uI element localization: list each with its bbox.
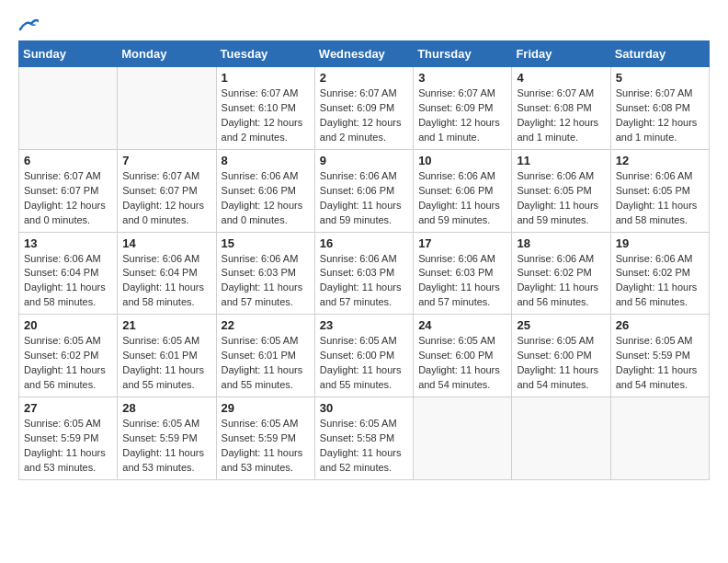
calendar-cell: 16Sunrise: 6:06 AM Sunset: 6:03 PM Dayli…	[314, 232, 413, 315]
day-number: 4	[517, 71, 605, 85]
day-info: Sunrise: 6:06 AM Sunset: 6:05 PM Dayligh…	[517, 169, 605, 228]
calendar-cell: 17Sunrise: 6:06 AM Sunset: 6:03 PM Dayli…	[414, 232, 512, 315]
day-number: 26	[616, 318, 704, 332]
day-info: Sunrise: 6:07 AM Sunset: 6:07 PM Dayligh…	[24, 169, 112, 228]
day-info: Sunrise: 6:05 AM Sunset: 5:58 PM Dayligh…	[320, 417, 408, 476]
calendar-cell: 21Sunrise: 6:05 AM Sunset: 6:01 PM Dayli…	[118, 315, 216, 397]
calendar-cell: 2Sunrise: 6:07 AM Sunset: 6:09 PM Daylig…	[314, 67, 413, 150]
day-info: Sunrise: 6:05 AM Sunset: 6:01 PM Dayligh…	[222, 334, 310, 393]
calendar-cell: 24Sunrise: 6:05 AM Sunset: 6:00 PM Dayli…	[414, 315, 512, 397]
day-info: Sunrise: 6:06 AM Sunset: 6:02 PM Dayligh…	[517, 252, 605, 311]
day-number: 12	[616, 154, 704, 167]
day-number: 29	[222, 401, 310, 415]
day-info: Sunrise: 6:07 AM Sunset: 6:10 PM Dayligh…	[222, 86, 310, 145]
day-number: 1	[222, 71, 310, 85]
col-header-friday: Friday	[512, 41, 610, 67]
day-number: 27	[24, 401, 112, 415]
day-info: Sunrise: 6:05 AM Sunset: 6:01 PM Dayligh…	[122, 334, 210, 393]
col-header-thursday: Thursday	[414, 41, 512, 67]
day-number: 19	[616, 236, 704, 250]
calendar-cell: 11Sunrise: 6:06 AM Sunset: 6:05 PM Dayli…	[512, 149, 610, 232]
calendar-cell: 19Sunrise: 6:06 AM Sunset: 6:02 PM Dayli…	[610, 232, 709, 315]
calendar-cell: 30Sunrise: 6:05 AM Sunset: 5:58 PM Dayli…	[314, 397, 413, 480]
day-number: 16	[320, 236, 408, 250]
calendar-cell: 27Sunrise: 6:05 AM Sunset: 5:59 PM Dayli…	[19, 397, 118, 480]
calendar-week-5: 27Sunrise: 6:05 AM Sunset: 5:59 PM Dayli…	[19, 397, 710, 480]
day-number: 6	[24, 154, 112, 167]
day-info: Sunrise: 6:06 AM Sunset: 6:03 PM Dayligh…	[222, 252, 310, 311]
day-info: Sunrise: 6:05 AM Sunset: 6:00 PM Dayligh…	[320, 334, 408, 393]
calendar-cell: 25Sunrise: 6:05 AM Sunset: 6:00 PM Dayli…	[512, 315, 610, 397]
day-number: 3	[418, 71, 506, 85]
calendar-cell: 29Sunrise: 6:05 AM Sunset: 5:59 PM Dayli…	[216, 397, 314, 480]
day-info: Sunrise: 6:05 AM Sunset: 5:59 PM Dayligh…	[616, 334, 704, 393]
calendar-cell: 13Sunrise: 6:06 AM Sunset: 6:04 PM Dayli…	[19, 232, 118, 315]
calendar-cell: 1Sunrise: 6:07 AM Sunset: 6:10 PM Daylig…	[216, 67, 314, 150]
col-header-sunday: Sunday	[19, 41, 118, 67]
calendar-cell: 3Sunrise: 6:07 AM Sunset: 6:09 PM Daylig…	[414, 67, 512, 150]
calendar-week-1: 1Sunrise: 6:07 AM Sunset: 6:10 PM Daylig…	[19, 67, 710, 150]
day-info: Sunrise: 6:07 AM Sunset: 6:08 PM Dayligh…	[517, 86, 605, 145]
calendar-cell: 22Sunrise: 6:05 AM Sunset: 6:01 PM Dayli…	[216, 315, 314, 397]
day-number: 14	[122, 236, 210, 250]
calendar-cell	[19, 67, 118, 150]
day-number: 7	[122, 154, 210, 167]
day-info: Sunrise: 6:06 AM Sunset: 6:05 PM Dayligh…	[616, 169, 704, 228]
day-info: Sunrise: 6:06 AM Sunset: 6:04 PM Dayligh…	[24, 252, 112, 311]
calendar-cell	[118, 67, 216, 150]
calendar-cell	[610, 397, 709, 480]
day-number: 22	[222, 318, 310, 332]
calendar-cell: 23Sunrise: 6:05 AM Sunset: 6:00 PM Dayli…	[314, 315, 413, 397]
calendar-week-2: 6Sunrise: 6:07 AM Sunset: 6:07 PM Daylig…	[19, 149, 710, 232]
col-header-monday: Monday	[118, 41, 216, 67]
calendar-cell	[414, 397, 512, 480]
day-number: 28	[122, 401, 210, 415]
calendar-cell: 14Sunrise: 6:06 AM Sunset: 6:04 PM Dayli…	[118, 232, 216, 315]
day-number: 25	[517, 318, 605, 332]
calendar-cell: 15Sunrise: 6:06 AM Sunset: 6:03 PM Dayli…	[216, 232, 314, 315]
calendar-cell: 18Sunrise: 6:06 AM Sunset: 6:02 PM Dayli…	[512, 232, 610, 315]
calendar-cell: 4Sunrise: 6:07 AM Sunset: 6:08 PM Daylig…	[512, 67, 610, 150]
col-header-saturday: Saturday	[610, 41, 709, 67]
logo-bird-icon	[18, 17, 39, 33]
day-info: Sunrise: 6:07 AM Sunset: 6:09 PM Dayligh…	[418, 86, 506, 145]
page-header	[18, 18, 710, 31]
day-info: Sunrise: 6:05 AM Sunset: 6:00 PM Dayligh…	[517, 334, 605, 393]
day-number: 17	[418, 236, 506, 250]
calendar-cell: 5Sunrise: 6:07 AM Sunset: 6:08 PM Daylig…	[610, 67, 709, 150]
calendar-week-4: 20Sunrise: 6:05 AM Sunset: 6:02 PM Dayli…	[19, 315, 710, 397]
day-number: 8	[222, 154, 310, 167]
day-number: 23	[320, 318, 408, 332]
day-number: 13	[24, 236, 112, 250]
day-info: Sunrise: 6:06 AM Sunset: 6:06 PM Dayligh…	[418, 169, 506, 228]
day-info: Sunrise: 6:06 AM Sunset: 6:06 PM Dayligh…	[222, 169, 310, 228]
day-info: Sunrise: 6:05 AM Sunset: 6:00 PM Dayligh…	[418, 334, 506, 393]
logo	[18, 18, 39, 31]
day-number: 11	[517, 154, 605, 167]
calendar-cell: 8Sunrise: 6:06 AM Sunset: 6:06 PM Daylig…	[216, 149, 314, 232]
day-info: Sunrise: 6:07 AM Sunset: 6:09 PM Dayligh…	[320, 86, 408, 145]
col-header-wednesday: Wednesday	[314, 41, 413, 67]
day-info: Sunrise: 6:06 AM Sunset: 6:06 PM Dayligh…	[320, 169, 408, 228]
day-info: Sunrise: 6:07 AM Sunset: 6:08 PM Dayligh…	[616, 86, 704, 145]
day-info: Sunrise: 6:06 AM Sunset: 6:03 PM Dayligh…	[320, 252, 408, 311]
day-number: 20	[24, 318, 112, 332]
day-number: 30	[320, 401, 408, 415]
day-number: 10	[418, 154, 506, 167]
calendar-week-3: 13Sunrise: 6:06 AM Sunset: 6:04 PM Dayli…	[19, 232, 710, 315]
day-number: 18	[517, 236, 605, 250]
day-info: Sunrise: 6:05 AM Sunset: 6:02 PM Dayligh…	[24, 334, 112, 393]
calendar-cell	[512, 397, 610, 480]
day-number: 2	[320, 71, 408, 85]
day-info: Sunrise: 6:07 AM Sunset: 6:07 PM Dayligh…	[122, 169, 210, 228]
col-header-tuesday: Tuesday	[216, 41, 314, 67]
calendar-header-row: SundayMondayTuesdayWednesdayThursdayFrid…	[19, 41, 710, 67]
calendar-cell: 7Sunrise: 6:07 AM Sunset: 6:07 PM Daylig…	[118, 149, 216, 232]
day-number: 24	[418, 318, 506, 332]
calendar-body: 1Sunrise: 6:07 AM Sunset: 6:10 PM Daylig…	[19, 67, 710, 480]
calendar-cell: 26Sunrise: 6:05 AM Sunset: 5:59 PM Dayli…	[610, 315, 709, 397]
calendar-cell: 28Sunrise: 6:05 AM Sunset: 5:59 PM Dayli…	[118, 397, 216, 480]
calendar-cell: 6Sunrise: 6:07 AM Sunset: 6:07 PM Daylig…	[19, 149, 118, 232]
calendar-table: SundayMondayTuesdayWednesdayThursdayFrid…	[18, 40, 710, 480]
calendar-cell: 10Sunrise: 6:06 AM Sunset: 6:06 PM Dayli…	[414, 149, 512, 232]
